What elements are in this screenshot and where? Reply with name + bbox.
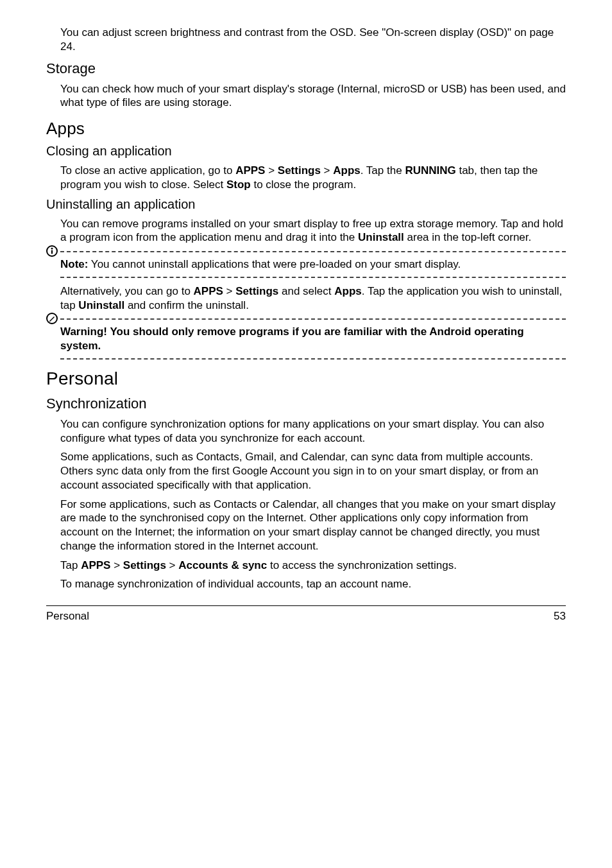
text-span: > <box>110 559 123 571</box>
bold-note-label: Note: <box>60 258 88 270</box>
note-info-icon <box>46 245 58 257</box>
text-span: and confirm the uninstall. <box>124 299 249 311</box>
text-span: and select <box>278 285 334 297</box>
closing-app-heading: Closing an application <box>46 144 566 159</box>
warning-text: Warning! You should only remove programs… <box>46 325 566 353</box>
bold-settings: Settings <box>278 164 321 177</box>
uninstall-paragraph1: You can remove programs installed on you… <box>60 217 566 245</box>
dashed-rule <box>60 277 566 278</box>
sync-p2: Some applications, such as Contacts, Gma… <box>60 450 566 492</box>
bold-apps: APPS <box>81 559 110 571</box>
dashed-rule <box>60 251 566 252</box>
personal-heading: Personal <box>46 369 566 389</box>
note-callout: Note: You cannot uninstall applications … <box>46 251 566 278</box>
uninstall-paragraph2: Alternatively, you can go to APPS > Sett… <box>60 284 566 313</box>
text-span: area in the top-left corner. <box>404 231 531 243</box>
bold-apps: APPS <box>194 285 223 297</box>
bold-settings: Settings <box>235 285 278 297</box>
sync-p3: For some applications, such as Contacts … <box>60 498 566 553</box>
dashed-rule <box>60 318 566 320</box>
text-span: > <box>166 559 178 571</box>
bold-apps2: Apps <box>334 285 362 297</box>
note-text: Note: You cannot uninstall applications … <box>46 257 566 272</box>
sync-heading: Synchronization <box>46 395 566 412</box>
bold-accounts-sync: Accounts & sync <box>178 559 267 571</box>
text-span: Tap <box>60 559 81 571</box>
footer: Personal 53 <box>46 605 566 623</box>
bold-settings: Settings <box>123 559 166 571</box>
apps-heading: Apps <box>46 119 566 139</box>
bold-apps: APPS <box>235 164 265 177</box>
svg-rect-2 <box>51 250 53 254</box>
text-span: to close the program. <box>251 178 356 191</box>
bold-apps2: Apps <box>333 164 361 177</box>
sync-p5: To manage synchronization of individual … <box>60 577 566 591</box>
text-span: Alternatively, you can go to <box>60 285 194 297</box>
storage-heading: Storage <box>46 60 566 77</box>
text-span: To close an active application, go to <box>60 164 235 177</box>
closing-app-paragraph: To close an active application, go to AP… <box>60 164 566 192</box>
storage-paragraph: You can check how much of your smart dis… <box>60 82 566 110</box>
text-span: > <box>321 164 333 177</box>
footer-section: Personal <box>46 610 89 623</box>
text-span: > <box>265 164 277 177</box>
bold-uninstall2: Uninstall <box>78 299 124 311</box>
bold-running: RUNNING <box>405 164 455 177</box>
brightness-paragraph: You can adjust screen brightness and con… <box>60 26 566 54</box>
footer-page-number: 53 <box>554 610 566 623</box>
text-span: to access the synchronization settings. <box>267 559 457 571</box>
sync-p1: You can configure synchronization option… <box>60 417 566 446</box>
bold-warning: Warning! You should only remove programs… <box>60 326 524 352</box>
sync-p4: Tap APPS > Settings > Accounts & sync to… <box>60 559 566 573</box>
text-span: . Tap the <box>361 164 405 177</box>
text-span: You cannot uninstall applications that w… <box>88 258 461 270</box>
text-span: > <box>223 285 235 297</box>
uninstall-heading: Uninstalling an application <box>46 197 566 212</box>
bold-uninstall: Uninstall <box>358 231 404 243</box>
dashed-rule <box>60 358 566 360</box>
svg-point-1 <box>51 248 53 250</box>
warning-callout: Warning! You should only remove programs… <box>46 318 566 360</box>
bold-stop: Stop <box>226 178 251 191</box>
warning-pencil-icon <box>46 313 58 324</box>
